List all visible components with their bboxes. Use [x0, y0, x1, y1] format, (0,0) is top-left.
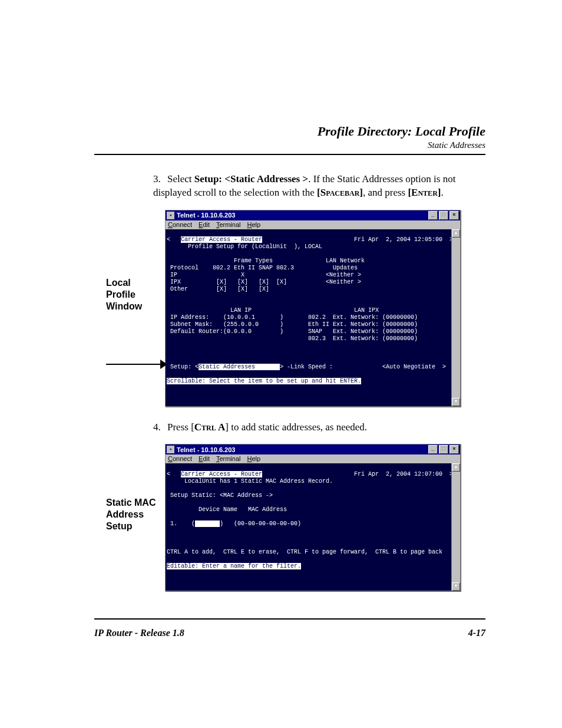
menu-terminal[interactable]: Terminal [216, 221, 241, 228]
menu-help[interactable]: Help [247, 221, 261, 228]
local-profile-window-label: Local Profile Window [106, 277, 142, 312]
scroll-up-button[interactable]: ▲ [452, 463, 460, 472]
menubar-2: Connect Edit Terminal Help [166, 454, 460, 463]
titlebar-2: ▪ Telnet - 10.10.6.203 _ □ × [166, 444, 460, 454]
maximize-button[interactable]: □ [439, 445, 448, 454]
callout-arrow-line [106, 364, 164, 365]
menu-edit[interactable]: Edit [199, 455, 210, 462]
close-button[interactable]: × [449, 445, 459, 454]
minimize-button[interactable]: _ [428, 211, 438, 220]
app-icon: ▪ [167, 446, 174, 453]
scrollbar-2[interactable]: ▲ ▼ [451, 463, 460, 591]
header-divider [94, 154, 485, 155]
static-mac-setup-label: Static MAC Address Setup [106, 497, 156, 532]
menubar-1: Connect Edit Terminal Help [166, 220, 460, 229]
window-title: Telnet - 10.10.6.203 [177, 446, 235, 454]
terminal-body-2[interactable]: < Carrier Access - Router Fri Apr 2, 200… [166, 463, 460, 591]
status-bar-1: Scrollable: Select the item to be set up… [167, 378, 361, 384]
menu-connect[interactable]: Connect [168, 455, 192, 462]
titlebar-1: ▪ Telnet - 10.10.6.203 _ □ × [166, 210, 460, 220]
minimize-button[interactable]: _ [428, 445, 438, 454]
window-title: Telnet - 10.10.6.203 [177, 212, 235, 219]
menu-help[interactable]: Help [247, 455, 261, 462]
menu-edit[interactable]: Edit [199, 221, 210, 228]
scrollbar-1[interactable]: ▲ ▼ [451, 229, 460, 406]
scroll-down-button[interactable]: ▼ [452, 398, 460, 406]
maximize-button[interactable]: □ [439, 211, 448, 220]
telnet-window-1: ▪ Telnet - 10.10.6.203 _ □ × Connect Edi… [165, 210, 461, 407]
menu-terminal[interactable]: Terminal [216, 455, 241, 462]
page-header-subtitle: Static Addresses [94, 140, 485, 150]
step-4-text: 4.Press [Ctrl A] to add static addresses… [153, 421, 485, 434]
device-name-input[interactable] [195, 521, 220, 527]
step-3-text: 3.Select Setup: <Static Addresses >. If … [153, 173, 485, 200]
terminal-body-1[interactable]: < Carrier Access - Router Fri Apr 2, 200… [166, 229, 460, 406]
status-bar-2: Editable: Enter a name for the filter. [167, 563, 301, 569]
telnet-window-2: ▪ Telnet - 10.10.6.203 _ □ × Connect Edi… [165, 444, 461, 591]
setup-selection[interactable]: Static Addresses [199, 364, 280, 370]
scroll-up-button[interactable]: ▲ [452, 229, 460, 238]
footer-page-number: 4-17 [468, 628, 485, 638]
page-header-title: Profile Directory: Local Profile [94, 124, 485, 139]
app-icon: ▪ [167, 212, 174, 219]
scroll-down-button[interactable]: ▼ [452, 582, 460, 591]
close-button[interactable]: × [449, 211, 459, 220]
menu-connect[interactable]: Connect [168, 221, 192, 228]
footer-divider [94, 618, 485, 620]
footer-left: IP Router - Release 1.8 [94, 628, 184, 638]
